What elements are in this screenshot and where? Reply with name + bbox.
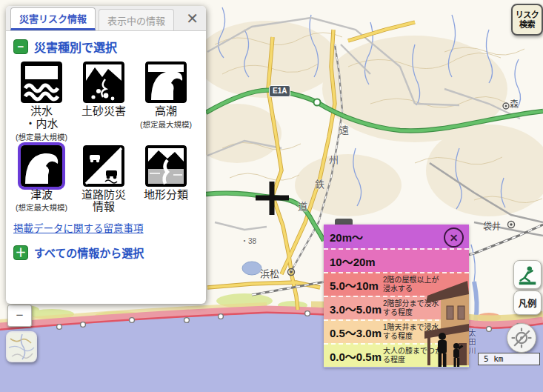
storm-surge-icon (145, 62, 187, 103)
scale-label: 5 km (484, 354, 504, 364)
risk-search-button[interactable]: リスク検索 (511, 4, 543, 36)
legend-depth-label: 10～20m (324, 253, 376, 269)
tab-disaster-risk-info[interactable]: 災害リスク情報 (10, 7, 96, 30)
legend-depth-desc: 2階部分まで浸水する程度 (383, 299, 444, 317)
railway-name-char: 鉄 (315, 176, 324, 190)
hazard-flood-sub: (想定最大規模) (16, 131, 67, 142)
gps-location-button[interactable] (507, 323, 536, 353)
tsunami-icon (18, 142, 65, 190)
legend-depth-label: 5.0～10m (324, 277, 379, 293)
legend-row: 10～20m (324, 248, 469, 272)
map-label-mori: 森 (510, 97, 519, 110)
data-notice-link[interactable]: 掲載データに関する留意事項 (13, 220, 206, 235)
hazard-landslide-label: 土砂災害 (81, 105, 126, 118)
legend-depth-desc: 大人の膝までつかる程度 (383, 347, 444, 365)
lake (242, 262, 261, 275)
section-select-all-info[interactable]: ＋ すべての情報から選択 (13, 245, 206, 260)
landform-icon (145, 145, 187, 187)
expand-plus-icon[interactable]: ＋ (13, 245, 28, 260)
map-scale-bar: 5 km (478, 353, 540, 365)
hazard-storm-surge[interactable]: 高潮 (想定最大規模) (140, 62, 192, 142)
minimap-thumbnail (7, 333, 36, 361)
railway-name-char: 遠 (339, 122, 349, 136)
legend-row: 0.5～3.0m 1階天井まで浸水する程度 (324, 319, 469, 343)
hazard-road-disaster-label: 道路防災 情報 (81, 189, 126, 214)
map-label-hamamatsu: 浜松 (260, 266, 279, 280)
hazard-storm-surge-label: 高潮 (155, 105, 177, 118)
expressway-badge-e1a: E1A (269, 85, 290, 97)
legend-button[interactable]: 凡例 (513, 290, 542, 315)
hazard-type-grid: 洪水 ・内水 (想定最大規模) 土砂災害 高 (10, 62, 203, 214)
location-disabled-icon (509, 325, 534, 351)
legend-depth-label: 3.0～5.0m (324, 301, 382, 316)
hazard-landslide[interactable]: 土砂災害 (81, 62, 126, 142)
hazard-storm-surge-sub: (想定最大規模) (140, 119, 192, 130)
close-icon[interactable]: ✕ (186, 11, 199, 26)
legend-row: 5.0～10m 2階の屋根以上が浸水する (324, 272, 469, 296)
hazard-flood[interactable]: 洪水 ・内水 (想定最大規模) (16, 62, 67, 142)
landslide-icon (83, 62, 124, 103)
legend-close-icon[interactable]: ✕ (444, 227, 464, 248)
spot-elevation-label: ・38 (241, 235, 256, 246)
railway-name-char: 州 (329, 152, 339, 166)
hazard-landform-label: 地形分類 (144, 189, 188, 202)
running-person-icon (516, 264, 539, 286)
legend-depth-desc: 2階の屋根以上が浸水する (383, 276, 444, 293)
minimap-button[interactable] (6, 331, 37, 362)
legend-row: 3.0～5.0m 2階部分まで浸水する程度 (324, 296, 469, 319)
panel-tabbar: 災害リスク情報 表示中の情報 ✕ (6, 6, 206, 31)
section-select-by-type[interactable]: − 災害種別で選択 (13, 38, 206, 56)
hazard-landform[interactable]: 地形分類 (144, 145, 188, 215)
evacuation-spot-button[interactable] (513, 260, 542, 289)
interchange-icon (314, 99, 321, 106)
legend-depth-label: 0.0～0.5m (324, 348, 382, 364)
legend-depth-label: 20m～ (324, 229, 363, 245)
section-title-all-info: すべての情報から選択 (34, 245, 144, 260)
disaster-risk-panel: 災害リスク情報 表示中の情報 ✕ − 災害種別で選択 洪水 ・内水 (想定最大規… (6, 6, 206, 304)
legend-button-label: 凡例 (518, 296, 536, 310)
section-title-by-type: 災害種別で選択 (34, 38, 117, 56)
flood-icon (21, 62, 62, 103)
tab-displayed-info[interactable]: 表示中の情報 (99, 9, 174, 30)
hazard-tsunami-label: 津波 (30, 189, 53, 202)
hazard-flood-label: 洪水 ・内水 (24, 105, 58, 130)
risk-search-label: リスク検索 (515, 10, 540, 29)
hazard-road-disaster[interactable]: 道路防災 情報 (81, 145, 126, 215)
collapse-minus-icon[interactable]: − (13, 39, 28, 54)
tsunami-depth-legend: 20m～ 10～20m 5.0～10m 2階の屋根以上が浸水する 3.0～5.0… (324, 225, 469, 368)
legend-row: 0.0～0.5m 大人の膝までつかる程度 (324, 343, 469, 367)
zoom-out-button[interactable]: − (7, 305, 32, 327)
hazard-tsunami-sub: (想定最大規模) (16, 202, 67, 213)
map-label-fukuroi: 袋井 (483, 219, 501, 232)
legend-depth-desc: 1階天井まで浸水する程度 (383, 323, 444, 341)
legend-depth-label: 0.5～3.0m (324, 325, 382, 340)
road-disaster-icon (83, 145, 124, 187)
railway-name-char: 道 (298, 199, 307, 213)
hazard-tsunami[interactable]: 津波 (想定最大規模) (16, 145, 67, 215)
